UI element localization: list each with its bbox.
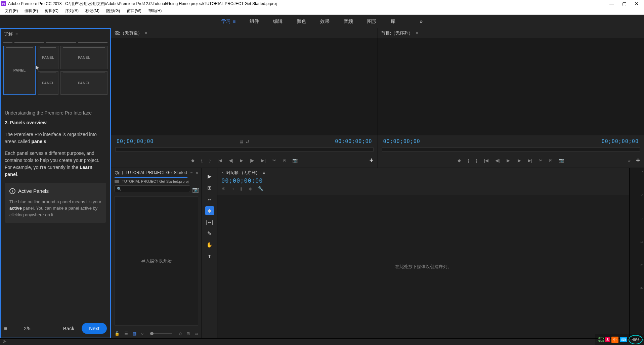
learn-hamburger-icon[interactable]: ≡ (4, 326, 7, 332)
write-lock-icon[interactable]: 🔓 (115, 331, 120, 336)
track-select-tool[interactable]: ⊞ (205, 183, 214, 192)
fit-icon[interactable]: ▤ (240, 139, 243, 144)
timeline-panel[interactable]: × 时间轴:（无序列） ≡ 00;00;00;00 ✱ ∩ ▮ ◆ 🔧 在此处放… (217, 168, 629, 338)
workspace-tab-editing[interactable]: 编辑 (273, 18, 283, 25)
source-scrubber[interactable] (115, 147, 374, 152)
menu-edit[interactable]: 编辑(E) (21, 8, 41, 14)
go-to-out-button[interactable]: ▶| (528, 158, 532, 163)
workspace-tab-assembly[interactable]: 组件 (250, 18, 259, 25)
program-monitor-tab[interactable]: 节目:（无序列） (381, 30, 413, 36)
ime-lang-icon[interactable]: 中 (611, 337, 618, 343)
mark-out-button[interactable]: } (209, 158, 211, 163)
snap-icon[interactable]: ✱ (221, 186, 225, 191)
button-editor-button[interactable]: + (370, 157, 374, 164)
menu-help[interactable]: 帮助(H) (145, 8, 165, 14)
export-frame-button[interactable]: 📷 (559, 158, 564, 163)
performance-meter[interactable]: 49% (629, 335, 643, 344)
razor-tool[interactable]: ◆ (205, 206, 214, 215)
project-overflow-icon[interactable]: » (196, 171, 198, 175)
timeline-settings-icon[interactable]: 🔧 (258, 186, 263, 191)
mark-in-button[interactable]: { (468, 158, 469, 163)
menu-clip[interactable]: 剪辑(C) (41, 8, 62, 14)
overwrite-button[interactable]: ⎘ (283, 158, 286, 163)
panel-menu-icon[interactable]: ≡ (145, 31, 147, 36)
panel-menu-icon[interactable]: ≡ (190, 171, 192, 175)
back-button[interactable]: Back (59, 324, 78, 333)
overflow-icon[interactable]: » (628, 158, 631, 163)
list-view-icon[interactable]: ☰ (124, 331, 128, 336)
menu-graphics[interactable]: 图形(G) (103, 8, 123, 14)
settings-icon[interactable]: ⇄ (246, 139, 249, 144)
panel-menu-icon[interactable]: ≡ (262, 170, 265, 175)
add-marker-button[interactable]: ◆ (191, 158, 195, 163)
add-marker-icon[interactable]: ▮ (240, 186, 243, 191)
timeline-marker-icon[interactable]: ◆ (249, 186, 252, 191)
program-scrubber[interactable] (382, 147, 640, 152)
menu-window[interactable]: 窗口(W) (123, 8, 144, 14)
step-back-button[interactable]: ◀| (495, 158, 500, 163)
linked-selection-icon[interactable]: ∩ (231, 186, 234, 191)
add-marker-button[interactable]: ◆ (458, 158, 461, 163)
step-back-button[interactable]: ◀| (229, 158, 233, 163)
learn-panel[interactable]: 了解 ≡ PANEL PANEL PANEL PANEL PANEL Under… (0, 28, 111, 338)
step-forward-button[interactable]: |▶ (250, 158, 254, 163)
workspace-tab-color[interactable]: 颜色 (297, 18, 306, 25)
workspace-tab-graphics[interactable]: 图形 (367, 18, 377, 25)
find-icon[interactable]: ⊟ (186, 331, 190, 336)
panel-menu-icon[interactable]: ≡ (416, 31, 418, 36)
zoom-slider[interactable] (150, 333, 172, 334)
new-item-icon[interactable]: 📷 (192, 186, 198, 191)
timeline-timecode[interactable]: 00;00;00;00 (217, 177, 629, 184)
menu-file[interactable]: 文件(F) (1, 8, 21, 14)
mark-in-button[interactable]: { (201, 158, 203, 163)
workspace-tab-audio[interactable]: 音频 (344, 18, 353, 25)
project-panel[interactable]: 项目: TUTORIAL PROJECT Get Started ≡ » TUT… (111, 168, 202, 338)
minimize-button[interactable]: — (609, 1, 614, 6)
go-to-in-button[interactable]: |◀ (217, 158, 222, 163)
timeline-drop-area[interactable]: 在此处放下媒体以创建序列。 (217, 195, 629, 338)
timeline-close-icon[interactable]: × (221, 170, 224, 175)
learn-panel-tab[interactable]: 了解 (4, 31, 13, 37)
panel-menu-icon[interactable]: ≡ (15, 32, 18, 36)
slip-tool[interactable]: |↔| (205, 218, 214, 226)
go-to-out-button[interactable]: ▶| (261, 158, 265, 163)
project-bin-area[interactable]: 导入媒体以开始 (115, 196, 198, 326)
source-video-area[interactable] (111, 38, 378, 135)
timeline-tab[interactable]: 时间轴:（无序列） (226, 170, 260, 176)
program-monitor-panel[interactable]: 节目:（无序列）≡ 00;00;00;00 00;00;00;00 ◆ { } … (378, 28, 644, 168)
export-frame-button[interactable]: 📷 (292, 158, 298, 163)
mark-out-button[interactable]: } (476, 158, 477, 163)
next-button[interactable]: Next (82, 323, 107, 334)
lift-button[interactable]: ✂ (539, 158, 543, 163)
menu-sequence[interactable]: 序列(S) (62, 8, 82, 14)
ripple-edit-tool[interactable]: ↔ (205, 195, 214, 204)
ime-sogou-icon[interactable]: S (605, 337, 610, 342)
freeform-view-icon[interactable]: ○ (141, 331, 143, 336)
hand-tool[interactable]: ✋ (205, 241, 214, 249)
source-monitor-panel[interactable]: 源:（无剪辑）≡ 00;00;00;00 ▤⇄ 00;00;00;00 ◆ { … (111, 28, 378, 168)
close-button[interactable]: ✕ (635, 1, 639, 6)
maximize-button[interactable]: ▢ (622, 1, 627, 6)
workspace-tab-libraries[interactable]: 库 (391, 18, 395, 25)
menu-markers[interactable]: 标记(M) (82, 8, 103, 14)
type-tool[interactable]: T (205, 252, 214, 261)
sync-settings-icon[interactable]: ⟳ (3, 339, 6, 344)
project-panel-tab[interactable]: 项目: TUTORIAL PROJECT Get Started (115, 169, 187, 178)
new-bin-icon[interactable]: ▭ (195, 331, 198, 336)
selection-tool[interactable]: ▶ (205, 172, 214, 181)
insert-button[interactable]: ✂ (272, 158, 276, 163)
play-button[interactable]: ▶ (240, 158, 243, 163)
step-forward-button[interactable]: |▶ (517, 158, 521, 163)
source-monitor-tab[interactable]: 源:（无剪辑） (115, 30, 142, 36)
ime-keyboard-icon[interactable]: ⌨ (620, 337, 627, 342)
button-editor-button[interactable]: + (636, 157, 640, 164)
go-to-in-button[interactable]: |◀ (484, 158, 488, 163)
pen-tool[interactable]: ✎ (205, 229, 214, 238)
project-search-input[interactable]: 🔍 (115, 185, 190, 192)
audio-meters-panel[interactable]: 0 -6 -12 -18 -24 -30 -- -- (629, 168, 644, 338)
workspace-tab-effects[interactable]: 效果 (320, 18, 330, 25)
play-button[interactable]: ▶ (507, 158, 510, 163)
icon-view-icon[interactable]: ▦ (133, 331, 136, 336)
sort-icon[interactable]: ◇ (179, 331, 182, 336)
extract-button[interactable]: ⎘ (549, 158, 552, 163)
